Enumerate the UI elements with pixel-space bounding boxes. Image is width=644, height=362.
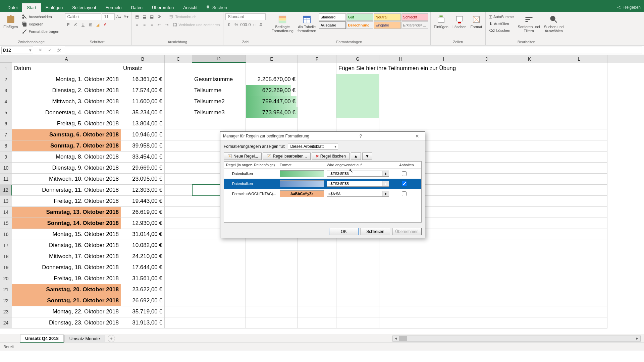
cell[interactable]: Teilsumme3 <box>192 107 246 118</box>
delete-rule-button[interactable]: ✕ Regel löschen <box>312 153 350 160</box>
tab-ueberpruefen[interactable]: Überprüfen <box>147 3 178 12</box>
cell[interactable] <box>465 240 508 251</box>
cell[interactable]: 672.269,00 € <box>246 85 298 96</box>
cell[interactable] <box>465 196 508 207</box>
dialog-ok-button[interactable]: OK <box>329 228 359 235</box>
dialog-apply-button[interactable]: Übernehmen <box>392 228 422 235</box>
name-box[interactable]: D12▾ <box>1 47 33 54</box>
cell[interactable] <box>246 63 298 74</box>
rule-row[interactable]: Datenbalken ⬆ <box>224 169 421 179</box>
cell[interactable]: Freitag, 19. Oktober 2018 <box>12 273 121 284</box>
bold-button[interactable]: F <box>65 21 72 28</box>
font-size-selector[interactable]: 11 <box>102 13 115 20</box>
cell[interactable]: Teilsumme2 <box>192 96 246 107</box>
cell[interactable] <box>422 262 465 273</box>
cell[interactable] <box>336 284 379 295</box>
cell[interactable] <box>551 118 607 129</box>
cell[interactable]: Montag, 1. Oktober 2018 <box>12 74 121 85</box>
stop-if-true-checkbox[interactable] <box>402 171 407 176</box>
cell[interactable] <box>508 152 551 163</box>
cell[interactable] <box>422 251 465 262</box>
cell[interactable] <box>379 317 422 328</box>
cell[interactable]: 17.644,00 € <box>121 262 165 273</box>
cell[interactable] <box>379 262 422 273</box>
fill-button[interactable]: ⬇Ausfüllen <box>488 21 515 27</box>
format-as-table-button[interactable]: Als Tabelle formatieren <box>296 13 318 34</box>
stop-if-true-checkbox[interactable] <box>402 181 407 186</box>
style-gut[interactable]: Gut <box>346 13 373 21</box>
style-berechnung[interactable]: Berechnung <box>346 21 373 29</box>
style-standard[interactable]: Standard <box>319 13 346 21</box>
cell[interactable] <box>336 295 379 306</box>
cell[interactable] <box>422 317 465 328</box>
row-header[interactable]: 13 <box>0 196 12 207</box>
cell[interactable]: Sonntag, 21. Oktober 2018 <box>12 295 121 306</box>
cell[interactable] <box>192 262 246 273</box>
cell[interactable] <box>422 218 465 229</box>
cell[interactable] <box>508 317 551 328</box>
cell[interactable] <box>422 152 465 163</box>
cell[interactable] <box>551 240 607 251</box>
col-header-a[interactable]: A <box>12 55 121 63</box>
cell[interactable] <box>165 295 192 306</box>
cell[interactable] <box>465 229 508 240</box>
cell[interactable] <box>298 63 336 74</box>
cell[interactable] <box>379 251 422 262</box>
cell[interactable] <box>508 74 551 85</box>
scroll-thumb[interactable] <box>399 336 407 341</box>
tab-start[interactable]: Start <box>22 3 41 12</box>
cell[interactable] <box>508 306 551 317</box>
cell[interactable] <box>246 118 298 129</box>
cell[interactable] <box>508 85 551 96</box>
cell[interactable] <box>165 96 192 107</box>
cell[interactable] <box>298 306 336 317</box>
cell[interactable] <box>508 240 551 251</box>
cell[interactable] <box>422 118 465 129</box>
cell[interactable] <box>379 118 422 129</box>
cell[interactable]: Donnerstag, 4. Oktober 2018 <box>12 107 121 118</box>
range-collapse-button[interactable]: ⬆ <box>382 171 389 177</box>
style-neutral[interactable]: Neutral <box>374 13 401 21</box>
cancel-formula-icon[interactable]: ✕ <box>37 47 44 54</box>
sort-filter-button[interactable]: Sortieren und Filtern <box>517 13 541 34</box>
cell[interactable] <box>192 317 246 328</box>
cell[interactable] <box>465 284 508 295</box>
cell[interactable] <box>551 140 607 152</box>
cell[interactable] <box>192 284 246 295</box>
cell[interactable] <box>165 107 192 118</box>
new-rule-button[interactable]: Neue Regel... <box>224 153 262 160</box>
cell[interactable]: Montag, 8. Oktober 2018 <box>12 152 121 163</box>
row-header[interactable]: 15 <box>0 218 12 229</box>
cell[interactable]: Mittwoch, 17. Oktober 2018 <box>12 251 121 262</box>
range-collapse-button[interactable]: ⬆ <box>382 191 389 197</box>
wrap-text-button[interactable]: Textumbruch <box>167 13 198 20</box>
cell[interactable]: 13.804,00 € <box>121 118 165 129</box>
cell[interactable] <box>336 96 379 107</box>
select-all-corner[interactable] <box>0 55 12 63</box>
share-button[interactable]: Freigeben <box>616 5 641 10</box>
row-header[interactable]: 12 <box>0 185 12 196</box>
cell[interactable] <box>165 273 192 284</box>
cell[interactable] <box>551 262 607 273</box>
cell[interactable] <box>192 295 246 306</box>
cell[interactable] <box>508 196 551 207</box>
row-header[interactable]: 18 <box>0 251 12 262</box>
cell[interactable] <box>422 140 465 152</box>
font-color-button[interactable]: A <box>102 21 109 28</box>
cell[interactable] <box>165 140 192 152</box>
cell[interactable] <box>298 107 336 118</box>
col-header-j[interactable]: J <box>465 55 508 63</box>
cell[interactable] <box>379 273 422 284</box>
move-rule-up-button[interactable]: ▲ <box>351 153 361 160</box>
cell[interactable] <box>298 251 336 262</box>
cell[interactable] <box>465 163 508 174</box>
cell[interactable]: 26.692,00 € <box>121 295 165 306</box>
cell[interactable] <box>508 174 551 185</box>
cell[interactable] <box>465 74 508 85</box>
tell-me-search[interactable]: Suchen <box>206 5 227 10</box>
cell[interactable] <box>422 295 465 306</box>
cell[interactable] <box>192 63 246 74</box>
row-header[interactable]: 21 <box>0 284 12 295</box>
underline-button[interactable]: U <box>80 21 87 28</box>
cell[interactable] <box>379 240 422 251</box>
